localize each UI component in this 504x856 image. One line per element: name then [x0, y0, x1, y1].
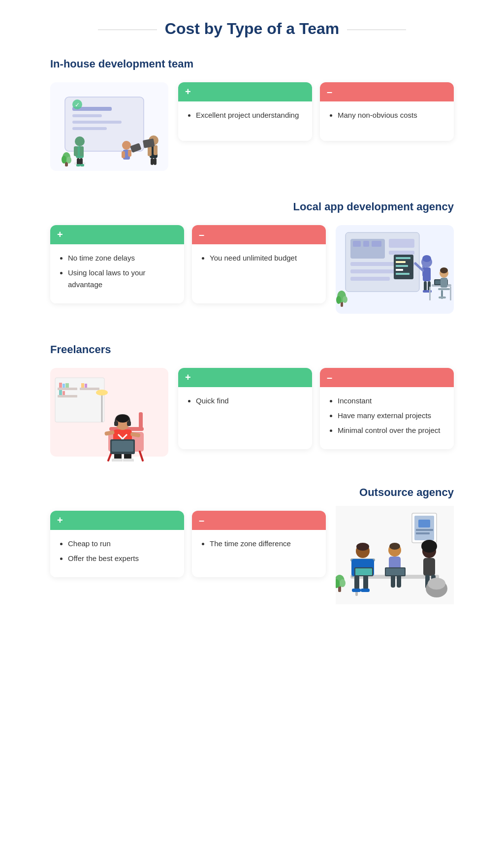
- svg-rect-45: [396, 265, 408, 267]
- section-title-freelancers: Freelancers: [50, 343, 454, 356]
- svg-rect-65: [438, 288, 450, 290]
- svg-rect-82: [63, 391, 65, 395]
- section-freelancers: Freelancers: [50, 343, 454, 457]
- card-cons-header-outsource: –: [192, 511, 326, 530]
- svg-rect-11: [80, 146, 84, 156]
- svg-rect-58: [429, 287, 431, 300]
- svg-rect-98: [112, 441, 133, 452]
- card-outsource-cons: – The time zone difference: [192, 511, 326, 577]
- list-item: Using local laws to your advantage: [68, 267, 175, 291]
- svg-rect-107: [414, 516, 434, 540]
- svg-text:✓: ✓: [75, 101, 80, 108]
- svg-point-84: [96, 390, 108, 395]
- svg-rect-86: [139, 412, 143, 431]
- svg-point-142: [340, 579, 346, 587]
- cards-group-freelancers: + Quick find – Inconstant Have many exte…: [178, 368, 454, 449]
- list-item: The time zone difference: [210, 538, 317, 550]
- card-pros-header-outsource: +: [50, 511, 184, 530]
- svg-rect-78: [65, 383, 69, 388]
- svg-rect-93: [123, 459, 134, 461]
- section-local: Local app development agency: [50, 200, 454, 314]
- svg-rect-34: [389, 239, 414, 248]
- section-title-outsource: Outsource agency: [50, 486, 454, 499]
- list-item: You need unlimited budget: [210, 252, 317, 264]
- card-pros-header-local: +: [50, 225, 184, 244]
- svg-rect-109: [416, 529, 433, 531]
- svg-point-71: [343, 296, 347, 303]
- svg-rect-2: [72, 114, 102, 117]
- svg-rect-47: [396, 273, 410, 275]
- svg-point-8: [75, 136, 85, 146]
- card-pros-header-freelancers: +: [178, 368, 312, 387]
- illustration-outsource: [336, 511, 454, 599]
- svg-rect-35: [389, 251, 414, 255]
- card-freelancers-cons: – Inconstant Have many external projects…: [320, 368, 454, 449]
- card-cons-body: Many non-obvious costs: [320, 101, 454, 141]
- card-cons-body-freelancers: Inconstant Have many external projects M…: [320, 387, 454, 449]
- card-pros-body-freelancers: Quick find: [178, 387, 312, 427]
- svg-rect-25: [151, 158, 154, 165]
- card-pros-body-outsource: Cheap to run Offer the best experts: [50, 530, 184, 577]
- illustration-freelancer: [50, 368, 168, 457]
- svg-rect-37: [350, 269, 400, 273]
- svg-rect-24: [154, 145, 158, 155]
- svg-point-31: [66, 157, 71, 164]
- svg-rect-77: [63, 384, 65, 388]
- svg-point-138: [428, 578, 445, 590]
- svg-rect-15: [80, 164, 84, 166]
- svg-rect-80: [85, 384, 87, 388]
- svg-point-126: [389, 543, 400, 550]
- svg-point-70: [336, 296, 341, 304]
- svg-rect-51: [423, 267, 431, 281]
- svg-point-122: [356, 543, 369, 551]
- card-inhouse-cons: – Many non-obvious costs: [320, 82, 454, 141]
- svg-rect-73: [58, 388, 77, 390]
- section-row-local: + No time zone delays Using local laws t…: [50, 225, 454, 314]
- svg-rect-19: [128, 150, 131, 157]
- list-item: Cheap to run: [68, 538, 175, 550]
- section-row-inhouse: ✓: [50, 82, 454, 171]
- svg-rect-67: [439, 296, 446, 298]
- svg-rect-18: [122, 151, 125, 158]
- svg-rect-75: [58, 395, 77, 397]
- cards-group-local: + No time zone delays Using local laws t…: [50, 225, 326, 303]
- svg-rect-38: [350, 277, 390, 281]
- svg-point-63: [440, 267, 448, 273]
- svg-rect-119: [352, 589, 361, 592]
- svg-rect-108: [418, 520, 430, 527]
- svg-rect-23: [148, 146, 152, 156]
- svg-rect-59: [450, 287, 451, 300]
- card-cons-body-local: You need unlimited budget: [192, 244, 326, 284]
- section-title-inhouse: In-house development team: [50, 58, 454, 70]
- card-local-cons: – You need unlimited budget: [192, 225, 326, 303]
- svg-rect-76: [59, 383, 62, 388]
- list-item: Offer the best experts: [68, 553, 175, 564]
- svg-rect-3: [72, 121, 122, 124]
- list-item: Inconstant: [338, 395, 445, 407]
- svg-rect-12: [77, 158, 80, 165]
- svg-rect-10: [74, 146, 78, 156]
- svg-point-30: [62, 156, 66, 164]
- list-item: Quick find: [196, 395, 303, 407]
- card-freelancers-pros: + Quick find: [178, 368, 312, 449]
- svg-rect-40: [363, 241, 369, 247]
- section-outsource: Outsource agency: [50, 486, 454, 599]
- card-cons-header: –: [320, 82, 454, 101]
- svg-rect-64: [441, 278, 447, 288]
- cards-group-outsource: + Cheap to run Offer the best experts – …: [50, 511, 326, 577]
- list-item: Excellent project understanding: [196, 109, 303, 121]
- svg-rect-26: [154, 158, 157, 165]
- card-local-pros: + No time zone delays Using local laws t…: [50, 225, 184, 303]
- section-row-outsource: + Cheap to run Offer the best experts – …: [50, 511, 454, 599]
- section-title-local: Local app development agency: [50, 200, 454, 213]
- svg-point-49: [422, 255, 431, 262]
- svg-rect-41: [372, 241, 381, 247]
- illustration-agency: [336, 225, 454, 314]
- card-pros-header: +: [178, 82, 312, 101]
- page-wrapper: Cost by Type of a Team In-house developm…: [50, 0, 454, 649]
- cards-group-inhouse: + Excellent project understanding – Many…: [178, 82, 454, 141]
- svg-rect-81: [59, 390, 62, 395]
- card-pros-body-local: No time zone delays Using local laws to …: [50, 244, 184, 303]
- svg-point-16: [122, 141, 131, 150]
- svg-rect-39: [353, 241, 361, 247]
